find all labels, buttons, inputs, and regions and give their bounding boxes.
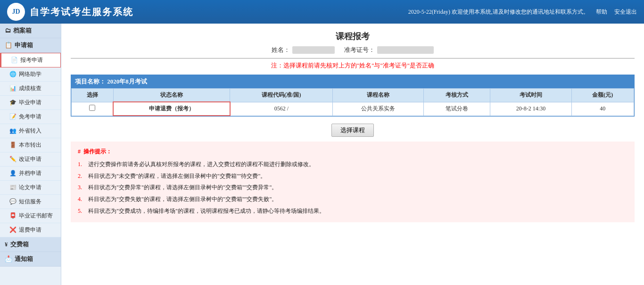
header-notice: 2020-5-22(Friday) 欢迎使用本系统,请及时修改您的通讯地址和联系… xyxy=(408,8,589,16)
refund-icon: ❌ xyxy=(9,226,17,234)
thesis-icon: 📰 xyxy=(9,184,17,191)
diploma-mail-icon: 📮 xyxy=(9,212,17,219)
divider xyxy=(71,58,635,59)
payment-icon: ¥ xyxy=(5,241,8,248)
row-code-cell: 0562 / xyxy=(230,102,333,116)
col-time: 考试时间 xyxy=(490,89,571,102)
layout: 🗂 档案箱 📋 申请箱 📄 报考申请 🌐 网络助学 📊 成绩核查 🎓 毕业申请 … xyxy=(0,24,644,285)
sidebar-item-thesis[interactable]: 📰 论文申请 xyxy=(0,181,61,195)
app-title: 自学考试考生服务系统 xyxy=(30,6,133,18)
score-check-icon: 📊 xyxy=(9,85,17,92)
user-name-item: 姓名： xyxy=(272,46,335,54)
header-left: JD 自学考试考生服务系统 xyxy=(7,3,133,21)
sidebar-section-archives[interactable]: 🗂 档案箱 xyxy=(0,24,61,38)
sms-icon: 💬 xyxy=(9,198,17,205)
sidebar-item-exemption[interactable]: 📝 免考申请 xyxy=(0,110,61,124)
id-value xyxy=(377,46,434,54)
sidebar-item-diploma-mail[interactable]: 📮 毕业证书邮寄 xyxy=(0,209,61,223)
select-course-button[interactable]: 选择课程 xyxy=(331,124,374,137)
row-status-cell[interactable]: 申请退费（报考） xyxy=(113,102,230,116)
merge-file-icon: 👤 xyxy=(9,170,17,177)
course-table-section: 项目名称： 2020年8月考试 选择 状态名称 课程代码(准/国) 课程名称 考… xyxy=(71,75,635,117)
name-value xyxy=(292,46,335,54)
col-method: 考核方式 xyxy=(424,89,490,102)
project-name-bar: 项目名称： 2020年8月考试 xyxy=(71,75,634,88)
sidebar-item-change-cert[interactable]: ✏️ 改证申请 xyxy=(0,152,61,167)
sidebar-item-online-study[interactable]: 🌐 网络助学 xyxy=(0,67,61,82)
sidebar: 🗂 档案箱 📋 申请箱 📄 报考申请 🌐 网络助学 📊 成绩核查 🎓 毕业申请 … xyxy=(0,24,61,285)
course-table: 选择 状态名称 课程代码(准/国) 课程名称 考核方式 考试时间 金额(元) xyxy=(71,88,634,116)
user-id-item: 准考证号： xyxy=(344,46,434,54)
sidebar-section-payment[interactable]: ¥ 交费箱 xyxy=(0,237,61,252)
col-select: 选择 xyxy=(72,89,114,102)
sidebar-item-exam-apply[interactable]: 📄 报考申请 xyxy=(0,53,61,67)
user-info-bar: 姓名： 准考证号： xyxy=(71,46,635,54)
col-name: 课程名称 xyxy=(333,89,424,102)
col-amount: 金额(元) xyxy=(571,89,634,102)
page-title: 课程报考 xyxy=(71,31,635,42)
table-row: 申请退费（报考） 0562 / 公共关系实务 笔试分卷 20-8-2 14:30… xyxy=(72,102,634,116)
header: JD 自学考试考生服务系统 2020-5-22(Friday) 欢迎使用本系统,… xyxy=(0,0,644,24)
transfer-out-icon: 🚪 xyxy=(9,142,17,149)
id-label: 准考证号： xyxy=(344,46,375,54)
graduation-icon: 🎓 xyxy=(9,99,17,106)
col-status: 状态名称 xyxy=(113,89,230,102)
exam-apply-icon: 📄 xyxy=(11,57,18,64)
tips-title-text: 操作提示： xyxy=(83,146,112,157)
sidebar-section-apply[interactable]: 📋 申请箱 xyxy=(0,38,61,53)
col-code: 课程代码(准/国) xyxy=(230,89,333,102)
tips-hash: # xyxy=(78,146,81,157)
sidebar-section-notify[interactable]: 📩 通知箱 xyxy=(0,252,61,267)
notify-icon: 📩 xyxy=(5,255,12,263)
tip-item-3: 科目状态为"交费异常"的课程，请选择左侧目录树中的"交费箱""交费异常"。 xyxy=(78,182,627,193)
help-link[interactable]: 帮助 xyxy=(596,8,607,16)
row-time-cell: 20-8-2 14:30 xyxy=(490,102,571,116)
select-course-btn-area: 选择课程 xyxy=(71,124,635,137)
row-checkbox-cell xyxy=(72,102,114,116)
row-amount-cell: 40 xyxy=(571,102,634,116)
sidebar-item-transfer-out[interactable]: 🚪 本市转出 xyxy=(0,138,61,152)
sidebar-item-refund[interactable]: ❌ 退费申请 xyxy=(0,223,61,237)
change-cert-icon: ✏️ xyxy=(9,156,17,163)
tip-item-5: 科目状态为"交费成功，待编排考场"的课程，说明课程报考已成功，请静心等待考场编排… xyxy=(78,206,627,217)
tips-list: 进行交费操作前请务必认真核对所报考的课程，进入交费过程的课程不能进行删除或修改。… xyxy=(78,159,627,217)
apply-icon: 📋 xyxy=(5,42,12,49)
warning-note: 注：选择课程前请先核对上方的"姓名"与"准考证号"是否正确 xyxy=(71,61,635,70)
tip-item-1: 进行交费操作前请务必认真核对所报考的课程，进入交费过程的课程不能进行删除或修改。 xyxy=(78,159,627,170)
exemption-icon: 📝 xyxy=(9,113,17,120)
name-label: 姓名： xyxy=(272,46,290,54)
online-study-icon: 🌐 xyxy=(9,71,17,78)
sidebar-item-transfer-in[interactable]: 👥 外省转入 xyxy=(0,124,61,138)
archives-icon: 🗂 xyxy=(5,27,11,34)
transfer-in-icon: 👥 xyxy=(9,127,17,134)
sidebar-item-graduation[interactable]: 🎓 毕业申请 xyxy=(0,96,61,110)
logout-link[interactable]: 安全退出 xyxy=(614,8,637,16)
header-right: 2020-5-22(Friday) 欢迎使用本系统,请及时修改您的通讯地址和联系… xyxy=(408,8,637,16)
tips-title-bar: # 操作提示： xyxy=(78,146,627,157)
sidebar-item-score-check[interactable]: 📊 成绩核查 xyxy=(0,82,61,96)
main-content: 课程报考 姓名： 准考证号： 注：选择课程前请先核对上方的"姓名"与"准考证号"… xyxy=(61,24,644,285)
row-checkbox[interactable] xyxy=(89,105,95,111)
row-method-cell: 笔试分卷 xyxy=(424,102,490,116)
tip-item-4: 科目状态为"交费失败"的课程，请选择左侧目录树中的"交费箱""交费失败"。 xyxy=(78,194,627,205)
tips-section: # 操作提示： 进行交费操作前请务必认真核对所报考的课程，进入交费过程的课程不能… xyxy=(71,142,635,222)
logo-icon: JD xyxy=(7,3,25,21)
row-name-cell: 公共关系实务 xyxy=(333,102,424,116)
sidebar-item-merge-file[interactable]: 👤 并档申请 xyxy=(0,167,61,181)
tip-item-2: 科目状态为"未交费"的课程，请选择左侧目录树中的"交费箱""待交费"。 xyxy=(78,171,627,182)
sidebar-item-sms[interactable]: 💬 短信服务 xyxy=(0,195,61,209)
